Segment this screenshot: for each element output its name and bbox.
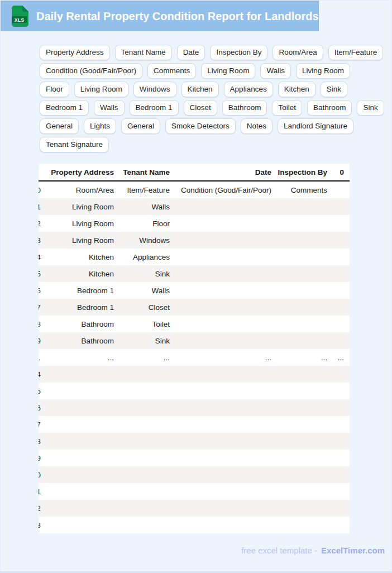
cell-condition xyxy=(171,500,274,517)
keyword-chip[interactable]: Living Room xyxy=(201,63,255,79)
keyword-chip[interactable]: Kitchen xyxy=(181,82,219,97)
keyword-chip[interactable]: Living Room xyxy=(74,82,128,97)
cell-item-feature xyxy=(115,433,171,450)
cell-condition xyxy=(171,215,274,232)
cell-row-number: 17 xyxy=(39,416,45,433)
keyword-chip[interactable]: Property Address xyxy=(40,45,110,60)
keyword-chip[interactable]: General xyxy=(40,118,79,134)
keyword-chip[interactable]: Inspection By xyxy=(210,45,267,60)
cell-room-area xyxy=(45,416,115,433)
cell-row-number: 14 xyxy=(39,366,45,383)
cell-extra xyxy=(330,181,350,198)
cell-item-feature: Toilet xyxy=(115,316,171,332)
keyword-chip[interactable]: Appliances xyxy=(224,82,273,97)
cell-room-area: Kitchen xyxy=(45,265,115,282)
keyword-chip[interactable]: Bathroom xyxy=(307,100,352,116)
keyword-chip[interactable]: Room/Area xyxy=(273,45,323,60)
keyword-chip[interactable]: Notes xyxy=(241,118,273,134)
keyword-chip[interactable]: Bathroom xyxy=(222,100,267,116)
cell-extra xyxy=(330,249,350,265)
chip-row: FloorLiving RoomWindowsKitchenAppliances… xyxy=(40,82,392,97)
keyword-chip[interactable]: Toilet xyxy=(272,100,302,116)
footer: free excel template -ExcelTimer.com xyxy=(241,546,385,555)
cell-item-feature: ... xyxy=(115,349,171,366)
table-row: 2 Living Room Floor xyxy=(39,215,350,232)
keyword-chip[interactable]: Windows xyxy=(133,82,176,97)
chip-row: Property AddressTenant NameDateInspectio… xyxy=(40,45,392,60)
keyword-chip[interactable]: General xyxy=(121,118,160,134)
cell-extra xyxy=(330,450,350,466)
cell-row-number: 22 xyxy=(39,500,45,517)
cell-item-feature: Sink xyxy=(115,265,171,282)
keyword-chip[interactable]: Lights xyxy=(84,118,116,134)
keyword-chip[interactable]: Tenant Signature xyxy=(40,137,109,152)
cell-extra xyxy=(330,265,350,282)
footer-brand-link[interactable]: ExcelTimer.com xyxy=(321,546,385,555)
cell-extra xyxy=(330,483,350,500)
cell-condition xyxy=(171,249,274,265)
cell-comments xyxy=(274,483,330,500)
spreadsheet-preview: Property Address Tenant Name Date Inspec… xyxy=(39,164,350,533)
page: XLS Daily Rental Property Condition Repo… xyxy=(0,0,392,573)
keyword-chip[interactable]: Smoke Detectors xyxy=(165,118,236,134)
keyword-chip[interactable]: Condition (Good/Fair/Poor) xyxy=(40,63,142,79)
keyword-chip[interactable]: Walls xyxy=(94,100,125,116)
cell-item-feature xyxy=(115,500,171,517)
keyword-chip[interactable]: Date xyxy=(177,45,205,60)
cell-row-number: 15 xyxy=(39,383,45,399)
keyword-chip[interactable]: Bedroom 1 xyxy=(40,100,89,116)
cell-comments xyxy=(274,466,330,483)
keyword-chip[interactable]: Bedroom 1 xyxy=(130,100,179,116)
table-row: 3 Living Room Windows xyxy=(39,232,350,249)
cell-room-area: Bathroom xyxy=(45,332,115,349)
table-row: 4 Kitchen Appliances xyxy=(39,249,350,265)
header-tenant-name: Tenant Name xyxy=(115,164,171,181)
cell-room-area xyxy=(45,466,115,483)
cell-row-number: 8 xyxy=(39,316,45,332)
keyword-chip[interactable]: Tenant Name xyxy=(115,45,172,60)
cell-item-feature xyxy=(115,366,171,383)
cell-room-area xyxy=(45,450,115,466)
cell-row-number: 5 xyxy=(39,265,45,282)
cell-room-area: Living Room xyxy=(45,215,115,232)
cell-extra xyxy=(330,366,350,383)
cell-item-feature: Item/Feature xyxy=(115,181,171,198)
cell-comments xyxy=(274,416,330,433)
keyword-chip[interactable]: Sink xyxy=(357,100,384,116)
cell-comments: Comments xyxy=(274,181,330,198)
header-property-address: Property Address xyxy=(45,164,115,181)
keyword-chip[interactable]: Kitchen xyxy=(278,82,315,97)
cell-row-number: 9 xyxy=(39,332,45,349)
cell-extra xyxy=(330,517,350,533)
cell-extra xyxy=(330,500,350,517)
keyword-chip[interactable]: Item/Feature xyxy=(328,45,384,60)
table-row: 20 xyxy=(39,466,350,483)
cell-row-number: 23 xyxy=(39,517,45,533)
table-row: 7 Bedroom 1 Closet xyxy=(39,299,350,316)
cell-item-feature xyxy=(115,416,171,433)
cell-condition xyxy=(171,483,274,500)
table-row: 8 Bathroom Toilet xyxy=(39,316,350,332)
cell-comments xyxy=(274,232,330,249)
cell-condition xyxy=(171,265,274,282)
header-date: Date xyxy=(171,164,274,181)
keyword-chip[interactable]: Living Room xyxy=(296,63,350,79)
cell-condition xyxy=(171,416,274,433)
cell-item-feature: Walls xyxy=(115,198,171,215)
table-row: 14 xyxy=(39,366,350,383)
keyword-chip[interactable]: Walls xyxy=(260,63,291,79)
keyword-chips: Property AddressTenant NameDateInspectio… xyxy=(40,45,392,152)
keyword-chip[interactable]: Comments xyxy=(147,63,196,79)
table-row: 16 xyxy=(39,399,350,416)
cell-extra xyxy=(330,399,350,416)
keyword-chip[interactable]: Sink xyxy=(321,82,347,97)
keyword-chip[interactable]: Floor xyxy=(40,82,69,97)
keyword-chip[interactable]: Landlord Signature xyxy=(278,118,353,134)
cell-item-feature xyxy=(115,466,171,483)
cell-room-area: Bedroom 1 xyxy=(45,282,115,299)
cell-condition xyxy=(171,316,274,332)
cell-room-area: ... xyxy=(45,349,115,366)
cell-row-number: 4 xyxy=(39,249,45,265)
table-row: 17 xyxy=(39,416,350,433)
keyword-chip[interactable]: Closet xyxy=(184,100,217,116)
